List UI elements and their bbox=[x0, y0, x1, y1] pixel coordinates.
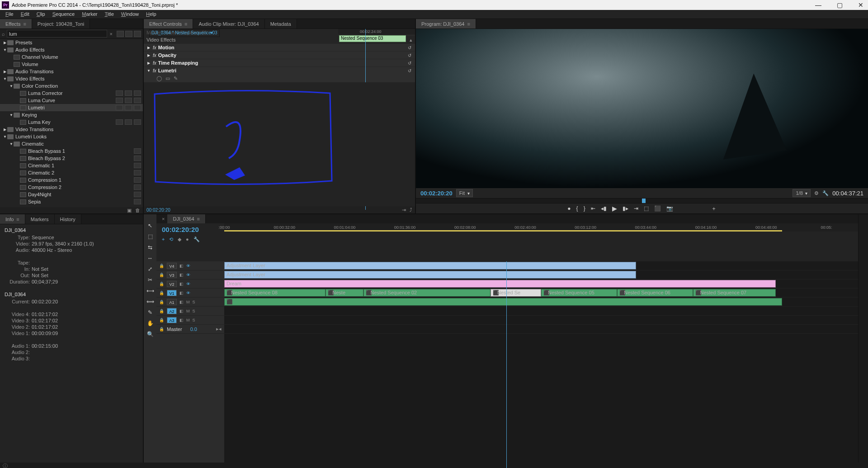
track-toggle[interactable]: A1 bbox=[167, 299, 177, 305]
panel-menu-icon[interactable]: ≡ bbox=[197, 216, 200, 222]
effect-compression-2[interactable]: Compression 2 bbox=[0, 184, 143, 191]
toggle-icon[interactable]: ◧ bbox=[179, 309, 184, 313]
twirl-icon[interactable]: ▶ bbox=[3, 41, 7, 45]
effect-luma-key[interactable]: Luma Key bbox=[0, 118, 143, 126]
track-master[interactable] bbox=[224, 325, 858, 334]
effect-keying[interactable]: ▼Keying bbox=[0, 111, 143, 118]
mask-pen-icon[interactable]: ✎ bbox=[174, 76, 178, 81]
clip[interactable]: Adjustment Layer bbox=[224, 271, 636, 279]
program-fit-select[interactable]: Fit ▾ bbox=[456, 189, 473, 197]
ec-icon[interactable]: ⤴ bbox=[410, 207, 412, 213]
ec-nested-clip[interactable]: Nested Sequence 03 bbox=[339, 35, 406, 42]
track-select-icon[interactable]: ⬚ bbox=[146, 232, 154, 241]
snap-icon[interactable]: ⌖ bbox=[162, 236, 165, 242]
export-frame-icon[interactable]: 📷 bbox=[666, 205, 673, 212]
track-header-a1[interactable]: 🔒A1◧MS bbox=[156, 298, 224, 307]
ec-mask-canvas[interactable] bbox=[144, 82, 415, 206]
twirl-icon[interactable]: ▶ bbox=[3, 128, 7, 132]
lock-icon[interactable]: 🔒 bbox=[159, 327, 164, 331]
reset-icon[interactable]: ↺ bbox=[408, 45, 411, 50]
wrench-icon[interactable]: 🔧 bbox=[822, 190, 829, 196]
toggle-icon[interactable]: ◧ bbox=[179, 282, 184, 286]
twirl-icon[interactable]: ▼ bbox=[146, 69, 151, 73]
lock-icon[interactable]: 🔒 bbox=[159, 309, 164, 313]
clip[interactable]: ⬛Nested Sequence 07 bbox=[693, 289, 775, 297]
track-toggle[interactable]: V2 bbox=[167, 281, 177, 287]
track-a1[interactable]: ⬛ bbox=[224, 298, 858, 307]
track-a2[interactable] bbox=[224, 307, 858, 316]
settings-icon[interactable]: ⚙ bbox=[814, 190, 819, 196]
mute-icon[interactable]: M bbox=[186, 300, 190, 304]
fx-icon[interactable]: fx bbox=[153, 61, 156, 66]
effect-presets[interactable]: ▶Presets bbox=[0, 39, 143, 46]
effect-day4night[interactable]: Day4Night bbox=[0, 191, 143, 198]
track-toggle[interactable]: V1 bbox=[167, 290, 177, 296]
reset-icon[interactable]: ↺ bbox=[408, 61, 411, 66]
timeline-current-tc[interactable]: 00:02:20:20 bbox=[162, 226, 199, 233]
menu-window[interactable]: Window bbox=[118, 10, 142, 19]
effect-sepia[interactable]: Sepia bbox=[0, 198, 143, 205]
twirl-icon[interactable]: ▶ bbox=[3, 70, 7, 74]
menu-file[interactable]: File bbox=[2, 10, 17, 19]
twirl-icon[interactable]: ▼ bbox=[9, 113, 14, 117]
track-header-v3[interactable]: 🔒V3◧👁 bbox=[156, 270, 224, 279]
track-v3[interactable]: Adjustment Layer bbox=[224, 270, 858, 279]
track-toggle[interactable]: A3 bbox=[167, 317, 177, 323]
mute-icon[interactable]: M bbox=[186, 309, 190, 313]
lock-icon[interactable]: 🔒 bbox=[159, 300, 164, 304]
program-video[interactable] bbox=[416, 29, 868, 188]
effects-tree[interactable]: ▶Presets▼Audio EffectsChannel VolumeVolu… bbox=[0, 39, 143, 207]
track-v2[interactable]: Dream bbox=[224, 279, 858, 288]
track-header-a3[interactable]: 🔒A3◧MS bbox=[156, 316, 224, 325]
settings-icon[interactable]: ● bbox=[186, 236, 189, 242]
hand-icon[interactable]: ✋ bbox=[146, 319, 154, 327]
effect-lumetri[interactable]: Lumetri bbox=[0, 104, 143, 111]
tab-info[interactable]: Info≡ bbox=[0, 214, 25, 224]
toggle-icon[interactable]: ◧ bbox=[179, 273, 184, 277]
clip[interactable]: ⬛Nested Sequence 02 bbox=[363, 289, 490, 297]
toggle-icon[interactable]: ◧ bbox=[179, 318, 184, 322]
clip[interactable]: ⬛Nested Se bbox=[491, 289, 541, 297]
clip[interactable]: ⬛Nested Sequence 06 bbox=[617, 289, 693, 297]
effect-video-effects[interactable]: ▼Video Effects bbox=[0, 75, 143, 82]
program-scale-select[interactable]: 1/8 ▾ bbox=[793, 189, 811, 197]
ec-clip-label[interactable]: DJI_0364 * Nested Sequence 03 bbox=[149, 29, 220, 37]
eye-icon[interactable]: 👁 bbox=[186, 264, 190, 268]
solo-icon[interactable]: S bbox=[193, 300, 195, 304]
filter-icon-2[interactable] bbox=[125, 31, 132, 37]
tab-history[interactable]: History bbox=[55, 214, 81, 224]
close-button[interactable]: ✕ bbox=[855, 1, 866, 9]
eye-icon[interactable]: 👁 bbox=[186, 291, 190, 295]
lift-icon[interactable]: ⬚ bbox=[644, 205, 649, 212]
effect-cinematic[interactable]: ▼Cinematic bbox=[0, 140, 143, 147]
reset-icon[interactable]: ↺ bbox=[408, 68, 411, 73]
track-a3[interactable] bbox=[224, 316, 858, 325]
extract-icon[interactable]: ⬛ bbox=[654, 205, 661, 212]
program-current-tc[interactable]: 00:02:20:20 bbox=[420, 190, 453, 197]
selection-tool-icon[interactable]: ↖ bbox=[146, 222, 154, 230]
ripple-icon[interactable]: ⇆ bbox=[146, 243, 154, 251]
clear-search-icon[interactable]: × bbox=[110, 31, 113, 37]
solo-icon[interactable]: S bbox=[193, 318, 195, 322]
menu-edit[interactable]: Edit bbox=[17, 10, 33, 19]
effect-volume[interactable]: Volume bbox=[0, 61, 143, 68]
lock-icon[interactable]: 🔒 bbox=[159, 264, 164, 268]
toggle-icon[interactable]: ◧ bbox=[179, 291, 184, 295]
fx-icon[interactable]: fx bbox=[153, 45, 156, 50]
reset-icon[interactable]: ↺ bbox=[408, 53, 411, 58]
effect-bleach-bypass-1[interactable]: Bleach Bypass 1 bbox=[0, 147, 143, 155]
track-area[interactable]: Adjustment LayerAdjustment LayerDream⬛Ne… bbox=[224, 261, 858, 468]
rate-stretch-icon[interactable]: ⤢ bbox=[146, 265, 154, 273]
menu-clip[interactable]: Clip bbox=[33, 10, 49, 19]
menu-help[interactable]: Help bbox=[142, 10, 160, 19]
clip[interactable]: ⬛Neste bbox=[326, 289, 363, 297]
track-header-a2[interactable]: 🔒A2◧MS bbox=[156, 307, 224, 316]
filter-icon-3[interactable] bbox=[134, 31, 141, 37]
effect-video-transitions[interactable]: ▶Video Transitions bbox=[0, 126, 143, 133]
ec-row-time-remapping[interactable]: ▶fxTime Remapping↺ bbox=[144, 59, 415, 66]
zoom-icon[interactable]: 🔍 bbox=[146, 330, 154, 338]
track-v1[interactable]: ⬛Nested Sequence 08⬛Neste⬛Nested Sequenc… bbox=[224, 288, 858, 298]
track-toggle[interactable]: A2 bbox=[167, 308, 177, 314]
lock-icon[interactable]: 🔒 bbox=[159, 318, 164, 322]
lock-icon[interactable]: 🔒 bbox=[159, 273, 164, 277]
